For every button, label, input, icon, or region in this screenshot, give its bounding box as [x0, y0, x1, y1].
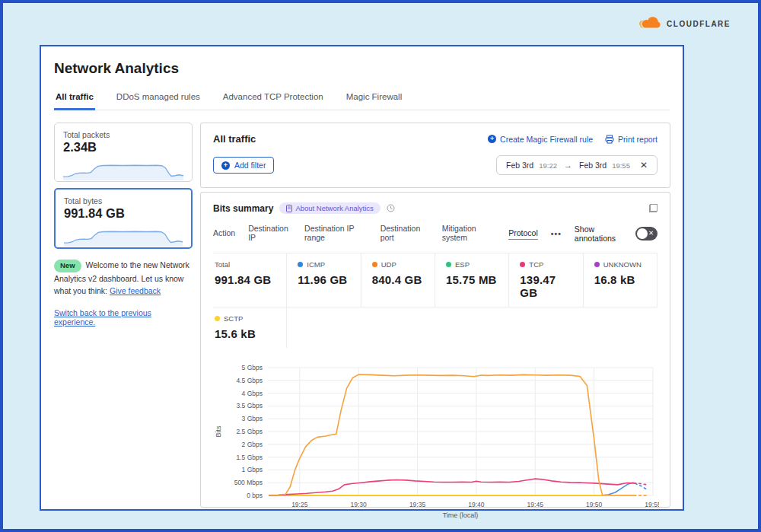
tab-all-traffic[interactable]: All traffic	[54, 92, 95, 110]
bits-summary-title: Bits summary	[213, 203, 273, 214]
new-badge: New	[54, 260, 81, 272]
svg-text:19:35: 19:35	[409, 501, 426, 508]
total-packets-card[interactable]: Total packets 2.34B	[54, 123, 193, 182]
tcp-dot-icon	[520, 262, 525, 267]
traffic-chart-svg: 5 Gbps4.5 Gbps4 Gbps3.5 Gbps3 Gbps2.5 Gb…	[213, 360, 659, 521]
stat-icmp[interactable]: ICMP 11.96 GB	[287, 253, 361, 307]
total-packets-sparkline	[63, 155, 183, 181]
svg-text:1.5 Gbps: 1.5 Gbps	[237, 454, 263, 461]
total-bytes-label: Total bytes	[64, 196, 183, 205]
show-annotations-toggle[interactable]: ✕	[635, 227, 658, 241]
dimension-tab-bar: Action Destination IP Destination IP ran…	[213, 224, 658, 244]
dim-tab-mitigation-system[interactable]: Mitigation system	[442, 224, 496, 244]
dim-tab-destination-ip-range[interactable]: Destination IP range	[304, 224, 368, 244]
page-background: CLOUDFLARE Network Analytics All traffic…	[0, 0, 761, 532]
svg-text:3 Gbps: 3 Gbps	[242, 415, 263, 422]
clock-icon	[387, 204, 395, 212]
copy-icon[interactable]	[649, 204, 658, 212]
svg-text:5 Gbps: 5 Gbps	[242, 364, 263, 371]
unknown-dot-icon	[594, 262, 600, 267]
dashboard-panel: Network Analytics All traffic DDoS manag…	[40, 45, 684, 511]
stat-total: Total 991.84 GB	[213, 253, 287, 307]
stat-tcp[interactable]: TCP 139.47 GB	[509, 253, 583, 307]
total-bytes-card[interactable]: Total bytes 991.84 GB	[54, 188, 193, 249]
cloudflare-cloud-icon	[638, 17, 664, 30]
tab-advanced-tcp-protection[interactable]: Advanced TCP Protection	[221, 92, 325, 110]
top-tab-bar: All traffic DDoS managed rules Advanced …	[54, 92, 670, 110]
clear-date-range-icon[interactable]: ✕	[640, 160, 648, 170]
total-bytes-value: 991.84 GB	[64, 206, 183, 221]
all-traffic-title: All traffic	[213, 133, 256, 145]
print-report-link[interactable]: Print report	[605, 135, 658, 144]
icmp-dot-icon	[298, 262, 303, 267]
stat-unknown[interactable]: UNKNOWN 16.8 kB	[584, 253, 658, 307]
plus-icon: +	[488, 135, 496, 143]
svg-text:4.5 Gbps: 4.5 Gbps	[237, 377, 263, 384]
start-date: Feb 3rd	[506, 161, 533, 170]
page-title: Network Analytics	[54, 60, 179, 77]
svg-text:19:45: 19:45	[527, 501, 544, 508]
svg-text:Bits: Bits	[215, 425, 222, 438]
create-magic-firewall-rule-link[interactable]: + Create Magic Firewall rule	[488, 135, 593, 144]
dim-tab-destination-port[interactable]: Destination port	[380, 224, 429, 244]
svg-text:500 Mbps: 500 Mbps	[234, 479, 263, 486]
sctp-dot-icon	[215, 316, 220, 321]
total-bytes-sparkline	[64, 221, 183, 247]
all-traffic-card: All traffic + Create Magic Firewall rule…	[200, 123, 670, 188]
end-time: 19:55	[612, 161, 630, 170]
tab-ddos-managed-rules[interactable]: DDoS managed rules	[115, 92, 202, 110]
svg-text:0 bps: 0 bps	[247, 492, 263, 499]
date-range-picker[interactable]: Feb 3rd 19:22 → Feb 3rd 19:55 ✕	[496, 155, 658, 175]
end-date: Feb 3rd	[579, 161, 607, 170]
cloudflare-logo: CLOUDFLARE	[638, 17, 731, 30]
svg-text:1 Gbps: 1 Gbps	[242, 466, 263, 473]
dim-tab-action[interactable]: Action	[213, 228, 235, 239]
more-dimensions-icon[interactable]: •••	[551, 229, 562, 238]
stat-udp[interactable]: UDP 840.4 GB	[361, 253, 435, 307]
start-time: 19:22	[539, 161, 557, 170]
svg-text:3.5 Gbps: 3.5 Gbps	[237, 402, 263, 409]
total-packets-label: Total packets	[63, 130, 183, 139]
total-packets-value: 2.34B	[63, 140, 183, 155]
add-filter-button[interactable]: + Add filter	[213, 157, 274, 174]
about-network-analytics-badge[interactable]: About Network Analytics	[279, 202, 380, 214]
svg-text:4 Gbps: 4 Gbps	[242, 390, 263, 397]
svg-text:19:25: 19:25	[291, 501, 308, 508]
svg-text:2.5 Gbps: 2.5 Gbps	[237, 428, 263, 435]
udp-dot-icon	[372, 262, 377, 267]
switch-back-link[interactable]: Switch back to the previous experience.	[54, 308, 193, 327]
doc-icon	[286, 205, 292, 212]
arrow-right-icon: →	[564, 161, 572, 170]
dim-tab-destination-ip[interactable]: Destination IP	[248, 224, 291, 244]
give-feedback-link[interactable]: Give feedback	[110, 286, 161, 295]
plus-icon: +	[221, 161, 230, 170]
stat-esp[interactable]: ESP 15.75 MB	[435, 253, 509, 307]
svg-text:19:50: 19:50	[586, 501, 603, 508]
stat-sctp[interactable]: SCTP 15.6 kB	[213, 307, 287, 348]
svg-text:Time (local): Time (local)	[443, 511, 479, 519]
welcome-notice: New Welcome to the new Network Analytics…	[54, 259, 193, 297]
show-annotations-label: Show annotations	[575, 225, 629, 243]
toggle-x-icon: ✕	[648, 229, 654, 237]
tab-magic-firewall[interactable]: Magic Firewall	[345, 92, 404, 110]
cloudflare-logo-text: CLOUDFLARE	[667, 20, 731, 28]
toggle-knob	[637, 228, 648, 239]
bits-summary-card: Bits summary About Network Analytics Ac	[200, 192, 670, 508]
protocol-stats-grid: Total 991.84 GB ICMP 11.96 GB UDP 840.4 …	[213, 253, 658, 348]
svg-text:19:30: 19:30	[351, 501, 368, 508]
svg-text:19:40: 19:40	[468, 501, 485, 508]
dim-tab-protocol[interactable]: Protocol	[508, 228, 538, 240]
svg-text:19:55: 19:55	[645, 501, 659, 508]
printer-icon	[605, 135, 614, 144]
sidebar: Total packets 2.34B Total bytes 991.84 G…	[54, 123, 193, 328]
svg-text:2 Gbps: 2 Gbps	[242, 441, 263, 448]
traffic-chart: 5 Gbps4.5 Gbps4 Gbps3.5 Gbps3 Gbps2.5 Gb…	[213, 360, 658, 524]
esp-dot-icon	[446, 262, 451, 267]
